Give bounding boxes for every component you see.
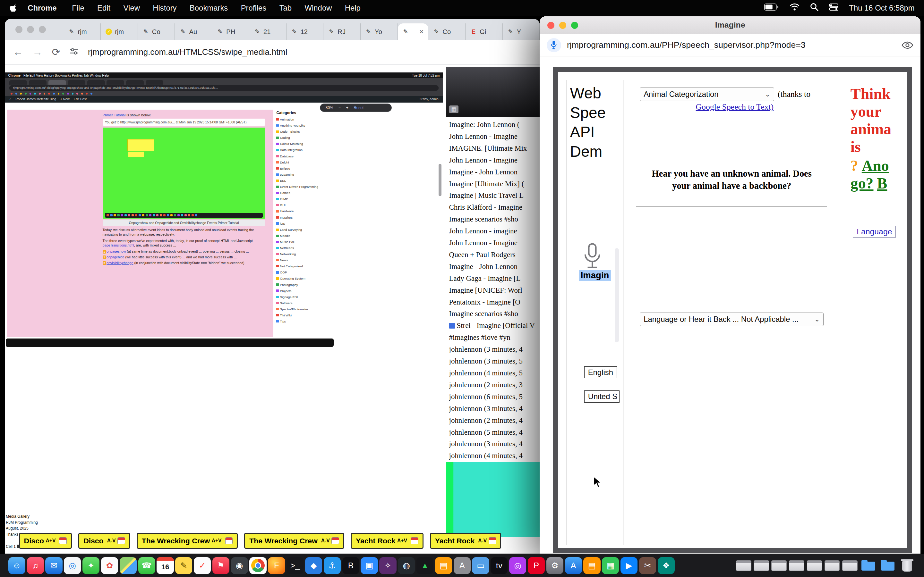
language-select[interactable]: Language or Hear it Back ... Not Applica… (640, 313, 824, 326)
media-title-item[interactable]: Imagine - John Lennon (449, 261, 540, 273)
recognized-text-selection[interactable]: Imagin (579, 270, 611, 282)
menu-bar-item[interactable]: Window (305, 3, 332, 13)
category-item[interactable]: ESL (276, 177, 341, 184)
language-link-button[interactable]: Language (853, 226, 896, 237)
category-item[interactable]: Eclipse (276, 165, 341, 171)
zoom-bubble[interactable]: 80% − + Reset (320, 103, 392, 112)
menu-bar-item[interactable]: Edit (97, 3, 110, 13)
menu-bar-item[interactable]: Bookmarks (190, 3, 228, 13)
zoom-in-button[interactable]: + (346, 105, 349, 110)
event-link[interactable]: onpagehide (107, 255, 124, 259)
mode-select[interactable]: Animal Categorization ⌄ (640, 87, 774, 101)
category-item[interactable]: Land Surveying (276, 227, 341, 233)
media-gallery-button[interactable]: The Wrecking CrewA-V (244, 533, 344, 549)
category-item[interactable]: Games (276, 190, 341, 196)
minimized-window-thumbnail[interactable] (789, 560, 804, 571)
menu-bar-item[interactable]: Tab (279, 3, 292, 13)
browser-tab[interactable]: ✎ 21 (249, 23, 286, 40)
language-button[interactable]: English (584, 366, 617, 378)
browser-tab[interactable]: ✎ Co (138, 23, 175, 40)
github-dock-icon[interactable]: ◍ (398, 557, 415, 574)
forward-button[interactable]: → (32, 47, 42, 58)
media-title-item[interactable]: IMAGINE. [Ultimate Mix (449, 143, 540, 155)
category-item[interactable]: Hardware (276, 208, 341, 214)
media-title-item[interactable]: Strei - Imagine [Official V (449, 320, 540, 332)
media-title-item[interactable]: Imagine scenarios #sho (449, 213, 540, 226)
minimized-window-thumbnail[interactable] (736, 560, 751, 571)
gimp-dock-icon[interactable]: ✂ (639, 557, 656, 574)
news-dock-icon[interactable]: ⚑ (212, 557, 229, 574)
books-dock-icon[interactable]: ▤ (435, 557, 452, 574)
media-title-item[interactable]: Imagine: John Lennon ( (449, 119, 540, 131)
media-title-item[interactable]: John Lennon - Imagine (449, 155, 540, 166)
zoom-dock-icon[interactable]: ▣ (360, 557, 378, 574)
media-title-item[interactable]: John Lennon - Imagine (449, 237, 540, 249)
menu-bar-item[interactable]: Profiles (241, 3, 267, 13)
country-button[interactable]: United S (584, 390, 620, 402)
media-gallery-button[interactable]: The Wrecking CrewA+V (137, 533, 238, 549)
browser-tab[interactable]: ✎ Y (503, 23, 540, 40)
media-title-item[interactable]: Lady Gaga - Imagine [L (449, 273, 540, 285)
misc-dock-icon[interactable]: ❖ (658, 557, 675, 574)
media-title-item[interactable]: johnlennon (2 minutes, 4 (449, 415, 540, 427)
category-item[interactable]: Signage Poll (276, 294, 341, 300)
imagine-title-bar[interactable]: Imagine (540, 16, 921, 34)
menu-bar-clock[interactable]: Thu 16 Oct 6:58pm (849, 3, 914, 13)
music-dock-icon[interactable]: ♫ (27, 557, 44, 574)
media-gallery-button[interactable]: DiscoA-V (78, 533, 130, 549)
pinterest-dock-icon[interactable]: P (528, 557, 545, 574)
minimized-window-thumbnail[interactable] (807, 560, 822, 571)
docker-dock-icon[interactable]: ⚓ (324, 557, 341, 574)
menu-bar-item[interactable]: Help (345, 3, 360, 13)
slack-dock-icon[interactable]: ✧ (379, 557, 396, 574)
media-thumbnail[interactable]: ▦ (446, 67, 540, 117)
terminal-dock-icon[interactable]: >_ (286, 557, 304, 574)
media-title-item[interactable]: johnlennon (3 minutes, 4 (449, 343, 540, 356)
browser-tab[interactable]: ✎ RJ (323, 23, 360, 40)
category-item[interactable]: Music Poll (276, 239, 341, 245)
calendar-dock-icon[interactable]: 16 (157, 557, 174, 574)
media-title-item[interactable]: John Lennon - imagine (449, 226, 540, 237)
page-transitions-link[interactable]: pageTransitions.html (103, 243, 134, 247)
browser-tab[interactable]: ✓ rjm (101, 23, 138, 40)
dictionary-dock-icon[interactable]: A (454, 557, 471, 574)
media-title-item[interactable]: Imagine scenarios #sho (449, 308, 540, 320)
preview-dock-icon[interactable]: ▭ (472, 557, 489, 574)
category-item[interactable]: eLearning (276, 171, 341, 177)
event-link[interactable]: onpageshow (107, 250, 126, 253)
media-title-item[interactable]: #imagines #love #yn (449, 332, 540, 343)
window-controls[interactable] (15, 26, 46, 33)
primer-tutorial-link[interactable]: Primer Tutorial (103, 113, 126, 117)
downloads-folder-dock-icon[interactable] (860, 557, 877, 574)
minimized-window-thumbnail[interactable] (842, 560, 858, 571)
reminders-dock-icon[interactable]: ✓ (194, 557, 211, 574)
category-item[interactable]: Networking (276, 251, 341, 257)
media-gallery-button[interactable]: Yacht RockA+V (351, 533, 423, 549)
menu-bar-item[interactable]: View (124, 3, 140, 13)
category-item[interactable]: Tiki Wiki (276, 312, 341, 318)
imagine-address-bar[interactable]: rjmprogramming.com.au/PHP/speech_supervi… (567, 40, 806, 50)
site-settings-icon[interactable] (69, 47, 79, 58)
media-title-item[interactable]: johnlennon (4 minutes, 4 (449, 450, 540, 462)
browser-tab[interactable]: ✎ Co (428, 23, 465, 40)
category-item[interactable]: Coding (276, 135, 341, 141)
category-item[interactable]: Projects (276, 288, 341, 294)
media-title-item[interactable]: John Lennon - Imagine (449, 131, 540, 143)
microphone-permission-icon[interactable] (547, 38, 561, 52)
minimized-window-thumbnail[interactable] (825, 560, 840, 571)
category-item[interactable]: Not Categorised (276, 263, 341, 269)
active-browser-tab[interactable]: ✎ × (398, 23, 429, 40)
category-item[interactable]: Data Integration (276, 147, 341, 153)
photos-dock-icon[interactable]: ✿ (101, 557, 118, 574)
category-item[interactable]: GIMP (276, 196, 341, 202)
media-title-item[interactable]: johnlennon (4 minutes, 5 (449, 367, 540, 379)
category-item[interactable]: Photography (276, 282, 341, 287)
battery-icon[interactable] (764, 3, 779, 13)
browser-tab[interactable]: ✎ Yo (360, 23, 398, 40)
back-link[interactable]: B (877, 175, 887, 192)
category-item[interactable]: Animation (276, 116, 341, 122)
category-item[interactable]: Delphi (276, 159, 341, 165)
address-bar[interactable]: rjmprogramming.com.au/HTMLCSS/swipe_medi… (88, 47, 287, 57)
firefox-dock-icon[interactable]: F (268, 557, 285, 574)
media-title-item[interactable]: johnlennon (6 minutes, 5 (449, 391, 540, 403)
